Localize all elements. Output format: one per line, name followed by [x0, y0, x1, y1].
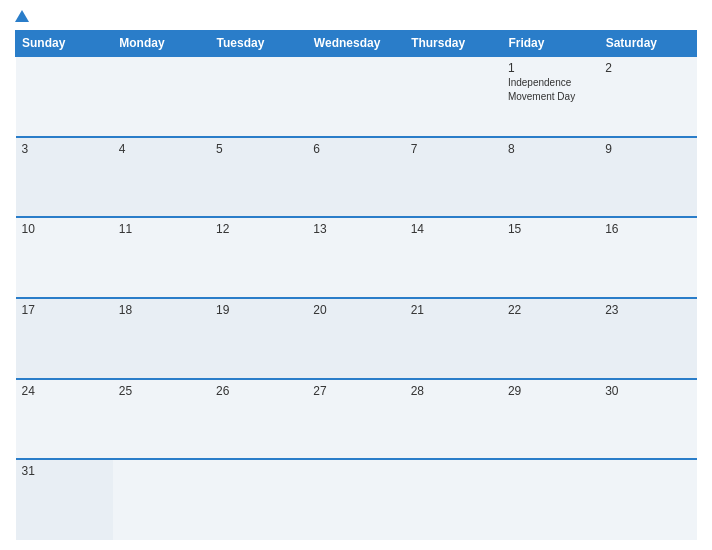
calendar-day-cell: 5 [210, 137, 307, 218]
calendar-day-cell: 9 [599, 137, 696, 218]
day-number: 7 [411, 142, 496, 156]
calendar-day-cell: 30 [599, 379, 696, 460]
day-number: 11 [119, 222, 204, 236]
calendar-day-cell: 15 [502, 217, 599, 298]
day-number: 14 [411, 222, 496, 236]
calendar-day-cell [307, 56, 404, 137]
day-number: 17 [22, 303, 107, 317]
calendar-header [15, 10, 697, 22]
day-of-week-header: Wednesday [307, 31, 404, 57]
day-number: 20 [313, 303, 398, 317]
calendar-day-cell: 19 [210, 298, 307, 379]
calendar-day-cell: 6 [307, 137, 404, 218]
calendar-day-cell [210, 459, 307, 540]
calendar-day-cell [599, 459, 696, 540]
day-number: 24 [22, 384, 107, 398]
day-of-week-header: Thursday [405, 31, 502, 57]
calendar-day-cell: 1Independence Movement Day [502, 56, 599, 137]
calendar-day-cell: 4 [113, 137, 210, 218]
calendar-day-cell: 24 [16, 379, 113, 460]
day-number: 18 [119, 303, 204, 317]
day-number: 5 [216, 142, 301, 156]
calendar-day-cell [502, 459, 599, 540]
day-number: 13 [313, 222, 398, 236]
day-number: 25 [119, 384, 204, 398]
calendar-day-cell: 18 [113, 298, 210, 379]
calendar-day-cell: 29 [502, 379, 599, 460]
day-number: 28 [411, 384, 496, 398]
day-number: 21 [411, 303, 496, 317]
calendar-week-row: 1Independence Movement Day2 [16, 56, 697, 137]
logo-triangle-icon [15, 10, 29, 22]
calendar-day-cell: 26 [210, 379, 307, 460]
calendar-day-cell [405, 56, 502, 137]
day-number: 9 [605, 142, 690, 156]
day-number: 6 [313, 142, 398, 156]
calendar-day-cell: 20 [307, 298, 404, 379]
calendar-table: SundayMondayTuesdayWednesdayThursdayFrid… [15, 30, 697, 540]
calendar-day-cell: 17 [16, 298, 113, 379]
day-number: 22 [508, 303, 593, 317]
calendar-day-cell [113, 56, 210, 137]
calendar-week-row: 17181920212223 [16, 298, 697, 379]
day-number: 4 [119, 142, 204, 156]
calendar-day-cell [405, 459, 502, 540]
calendar-day-cell [16, 56, 113, 137]
calendar-day-cell: 28 [405, 379, 502, 460]
day-of-week-header: Saturday [599, 31, 696, 57]
day-of-week-header: Monday [113, 31, 210, 57]
calendar-day-cell [307, 459, 404, 540]
day-number: 26 [216, 384, 301, 398]
calendar-day-cell: 25 [113, 379, 210, 460]
day-number: 23 [605, 303, 690, 317]
calendar-day-cell: 8 [502, 137, 599, 218]
calendar-day-cell: 3 [16, 137, 113, 218]
day-number: 15 [508, 222, 593, 236]
day-number: 16 [605, 222, 690, 236]
logo-blue-text [15, 10, 31, 22]
calendar-header-row: SundayMondayTuesdayWednesdayThursdayFrid… [16, 31, 697, 57]
calendar-day-cell: 16 [599, 217, 696, 298]
day-number: 3 [22, 142, 107, 156]
calendar-day-cell: 2 [599, 56, 696, 137]
day-number: 8 [508, 142, 593, 156]
calendar-day-cell: 14 [405, 217, 502, 298]
day-number: 19 [216, 303, 301, 317]
calendar-day-cell: 11 [113, 217, 210, 298]
calendar-day-cell: 22 [502, 298, 599, 379]
day-number: 31 [22, 464, 107, 478]
calendar-day-cell: 23 [599, 298, 696, 379]
calendar-week-row: 31 [16, 459, 697, 540]
calendar-day-cell [113, 459, 210, 540]
day-number: 10 [22, 222, 107, 236]
calendar-day-cell: 7 [405, 137, 502, 218]
day-number: 1 [508, 61, 593, 75]
day-number: 30 [605, 384, 690, 398]
calendar-day-cell: 12 [210, 217, 307, 298]
day-of-week-header: Sunday [16, 31, 113, 57]
day-number: 29 [508, 384, 593, 398]
day-number: 12 [216, 222, 301, 236]
calendar-week-row: 24252627282930 [16, 379, 697, 460]
event-text: Independence Movement Day [508, 77, 575, 102]
day-number: 2 [605, 61, 690, 75]
calendar-day-cell: 31 [16, 459, 113, 540]
day-number: 27 [313, 384, 398, 398]
calendar-day-cell: 27 [307, 379, 404, 460]
calendar-day-cell [210, 56, 307, 137]
calendar-week-row: 10111213141516 [16, 217, 697, 298]
logo [15, 10, 31, 22]
calendar-week-row: 3456789 [16, 137, 697, 218]
calendar-day-cell: 10 [16, 217, 113, 298]
calendar-day-cell: 13 [307, 217, 404, 298]
day-of-week-header: Tuesday [210, 31, 307, 57]
calendar-day-cell: 21 [405, 298, 502, 379]
day-of-week-header: Friday [502, 31, 599, 57]
